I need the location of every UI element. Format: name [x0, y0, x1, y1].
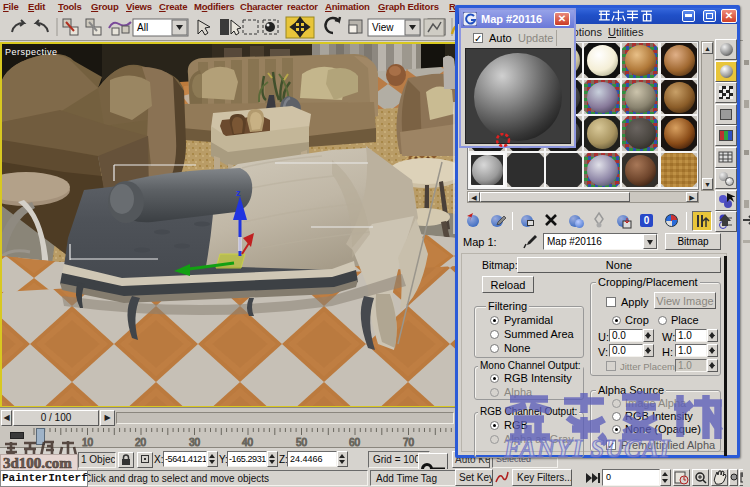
svg-text:50: 50	[296, 437, 308, 448]
svg-text:View: View	[372, 22, 394, 33]
svg-text:60: 60	[349, 437, 361, 448]
svg-text:40: 40	[242, 437, 254, 448]
svg-text:All: All	[137, 22, 148, 33]
svg-text:70: 70	[403, 437, 415, 448]
svg-text:z: z	[236, 188, 241, 198]
svg-text:30: 30	[189, 437, 201, 448]
svg-text:20: 20	[135, 437, 147, 448]
